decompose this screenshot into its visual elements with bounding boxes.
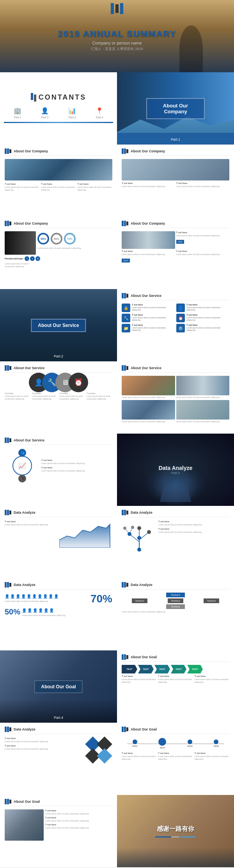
stat-3: 70% [64, 233, 76, 245]
flow-box-4: Texthere [204, 598, 219, 603]
50pct-row: 50% 👤 👤 👤 👤 👤 👤 Lorem ipsum dolor sit am… [5, 607, 112, 617]
slide-title-4: About Our Company [131, 221, 165, 225]
blue-bar-deco [4, 122, 113, 123]
thanks-bars [155, 836, 196, 838]
building-image [122, 159, 229, 180]
lorem-2: Lorem ipsum dolor sit amet consectetur a… [41, 186, 76, 191]
service-icon-person: 👤 [176, 304, 185, 312]
year-2018: 2018 [214, 745, 219, 747]
company-slide-3: About Our Company PandarenDesign f t in … [0, 217, 117, 289]
blue-bars-8 [5, 438, 11, 443]
person-5: 👤 [27, 594, 31, 598]
cover-slide: 2019 ANNUAL SUMMARY Company or person na… [0, 0, 234, 72]
blue-bars-5 [122, 293, 128, 298]
row-5: About Our Service Part.2 About Our Servi… [0, 289, 234, 361]
tl-label-3: T ext here [195, 752, 229, 754]
blue-bars-16 [5, 799, 11, 804]
data-header-2: Data Analyze [122, 510, 229, 517]
tl-col-3: T ext here Lorem ipsum dolor sit amet co… [195, 752, 229, 761]
stat-circles-wrap: 50% 60% 70% Lorem ipsum dolor sit amet c… [37, 231, 112, 268]
service-grid-1: 🔒 T ext here Lorem ipsum dolor sit amet … [122, 304, 229, 332]
data-title-5: Data Analyze [14, 727, 35, 731]
d-title-1: T ext here [5, 520, 58, 523]
service-header-3: About Our Service [122, 365, 229, 373]
data-slide-5: Data Analyze T ext here Lorem ipsum dolo… [0, 723, 117, 795]
big-percent-wrap: 70% [90, 593, 112, 605]
about-company-title-slide: About Our Company Part.1 [117, 72, 234, 145]
svg-point-12 [137, 526, 141, 530]
nature-desc: Lorem ipsum dolor sit amet consectetur a… [176, 396, 230, 399]
data-slide-1: Data Analyze T ext here Lorem ipsum dolo… [0, 506, 117, 578]
person-15: 👤 [44, 608, 48, 613]
part-3-icon: 📊 Part.3 [67, 106, 78, 119]
timeline-2018: 2018 [214, 739, 219, 747]
g3-desc-2: Lorem ipsum dolor sit amet consectetur a… [45, 820, 112, 822]
tree-diagram-wrap [122, 520, 157, 552]
lorem-8: Lorem ipsum dolor sit amet consectetur a… [176, 253, 230, 256]
slide-header-2: About Our Company [122, 148, 229, 156]
service-text-cols: T ext here Lorem ipsum dolor sit amet co… [5, 392, 112, 400]
service-desc-3: Lorem ipsum dolor sit amet consectetur a… [132, 316, 166, 321]
goal-label-3: T ext here [195, 675, 229, 677]
part-1-label: Part.1 [12, 116, 23, 119]
text-title-7: T ext here [122, 250, 175, 252]
coffee-wrap: Lorem ipsum dolor sit amet consectetur a… [122, 376, 175, 399]
bottom-icon: 🎓 [18, 475, 26, 482]
service-label-3: T ext here [132, 314, 175, 316]
cover-sub2: 汇报人：某某某 人事部部长·2019 [91, 46, 143, 52]
service-icon-folder: 📁 [122, 324, 130, 332]
svc-title-2: T ext here [32, 392, 58, 395]
flow-box-5: Texthere [166, 604, 184, 609]
tree-title-1: T ext here [158, 520, 229, 523]
svg-point-13 [123, 527, 126, 530]
company-img-row [122, 159, 229, 180]
d5-desc-2: Lorem ipsum dolor sit amet consectetur a… [5, 748, 83, 750]
person-4: 👤 [21, 594, 26, 598]
part-2-icon: 👤 Part.2 [39, 106, 50, 119]
rowing-img-wrap: PandarenDesign f t in Lorem ipsum dolor … [5, 231, 36, 268]
blue-bars-6 [5, 365, 11, 371]
goal-3-text: T ext here Lorem ipsum dolor sit amet co… [45, 809, 112, 841]
svc-desc-3: Lorem ipsum dolor sit amet consectetur a… [59, 395, 85, 400]
goal-title-wrap: About Our Goal [34, 680, 82, 693]
person-12: 👤 [27, 608, 32, 613]
row-3: About Our Company T ext here Lorem ipsum… [0, 145, 234, 217]
circle-clock: ⏰ [69, 373, 88, 392]
stat-1: 50% [37, 233, 49, 245]
service-item-4: ⏰ T ext here Lorem ipsum dolor sit amet … [176, 314, 229, 322]
part-1-icon: 🏢 Part.1 [12, 106, 23, 119]
text-title-2: T ext here [41, 183, 76, 185]
company-4-text3: T ext here Lorem ipsum dolor sit amet co… [176, 250, 230, 263]
thanks-overlay [117, 848, 234, 867]
service-item-2: 👤 T ext here Lorem ipsum dolor sit amet … [176, 304, 229, 312]
goal-heading: About Our Goal [41, 684, 76, 689]
service-label-2: T ext here [186, 304, 229, 306]
arrow-row-1: TEXT TEXT TEXT TEXT TEXT [122, 665, 229, 673]
center-circle: 📈 [12, 456, 32, 475]
service-title-2: About Our Service [14, 366, 44, 370]
arrow-1: TEXT [122, 665, 137, 673]
goal-label-2: T ext here [158, 675, 193, 677]
data-slide-3: Data Analyze 👤 👤 👤 👤 👤 👤 👤 👤 👤 👤 Lorem i… [0, 578, 117, 650]
icon-top: 👥 [18, 449, 26, 457]
circles-row: 👤 🔧 🖥 ⏰ [5, 376, 112, 389]
arrow-2: TEXT [138, 665, 154, 673]
coffee-desc: Lorem ipsum dolor sit amet consectetur a… [122, 396, 175, 399]
text-title-1: T ext here [5, 183, 39, 185]
row-11: Data Analyze T ext here Lorem ipsum dolo… [0, 723, 234, 795]
bar-gray [172, 836, 179, 838]
thanks-text-wrap: 感谢一路有你 [155, 825, 196, 838]
blue-bars-2 [122, 148, 128, 154]
lorem-5: Lorem ipsum dolor sit amet consectetur a… [176, 185, 229, 188]
service-text-1: T ext here Lorem ipsum dolor sit amet co… [132, 304, 175, 311]
service-text-right: T ext here Lorem ipsum dolor sit amet co… [41, 459, 112, 472]
svc-title-3: T ext here [59, 392, 85, 395]
office-wrap: Lorem ipsum dolor sit amet consectetur a… [176, 400, 230, 423]
service-title-3: About Our Service [131, 366, 161, 370]
service-item-1: 🔒 T ext here Lorem ipsum dolor sit amet … [122, 304, 175, 312]
person-3: 👤 [16, 594, 20, 598]
person-10: 👤 [54, 594, 58, 598]
tl-col-2: T ext here Lorem ipsum dolor sit amet co… [158, 752, 193, 761]
row-9: Data Analyze 👤 👤 👤 👤 👤 👤 👤 👤 👤 👤 Lorem i… [0, 578, 234, 650]
service-desc-2: Lorem ipsum dolor sit amet consectetur a… [186, 306, 221, 311]
